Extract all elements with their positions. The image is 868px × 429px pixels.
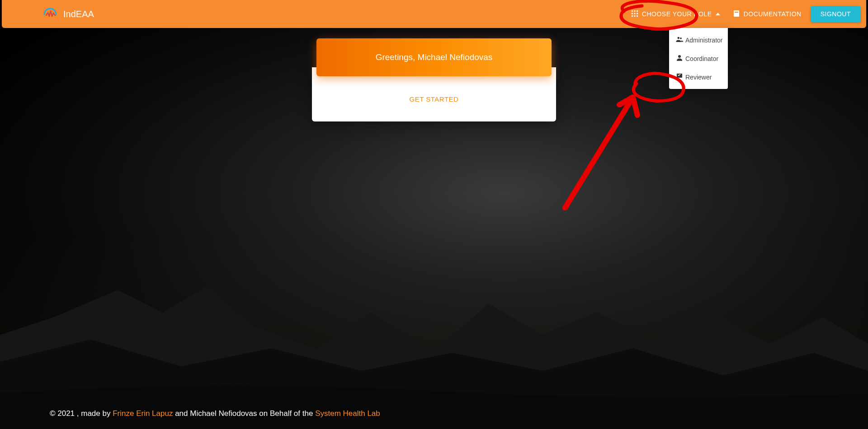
svg-rect-8 xyxy=(634,15,635,17)
svg-rect-10 xyxy=(734,10,739,17)
review-icon xyxy=(675,72,684,82)
role-option-label: Administrator xyxy=(685,37,722,44)
svg-rect-5 xyxy=(634,13,635,14)
document-icon xyxy=(733,10,740,19)
brand-logo-icon xyxy=(42,5,58,23)
footer: © 2021 , made by Frinze Erin Lapuz and M… xyxy=(0,398,868,429)
svg-rect-3 xyxy=(637,10,638,12)
role-option-coordinator[interactable]: Coordinator xyxy=(669,49,728,68)
welcome-card: Greetings, Michael Nefiodovas GET STARTE… xyxy=(312,38,556,121)
svg-point-14 xyxy=(678,55,681,58)
brand-title: IndEAA xyxy=(63,9,94,19)
svg-point-12 xyxy=(678,37,680,39)
signout-button[interactable]: SIGNOUT xyxy=(811,6,861,22)
role-dropdown: Administrator Coordinator Reviewer xyxy=(669,28,728,89)
person-icon xyxy=(675,54,684,63)
choose-role-button[interactable]: CHOOSE YOUR ROLE xyxy=(625,6,726,22)
role-option-administrator[interactable]: Administrator xyxy=(669,31,728,49)
svg-point-13 xyxy=(680,37,682,39)
welcome-card-header: Greetings, Michael Nefiodovas xyxy=(316,38,552,76)
documentation-label: DOCUMENTATION xyxy=(744,10,802,18)
app-header: IndEAA CHOOSE YOUR ROLE DOCUMENTATION SI… xyxy=(2,0,866,28)
footer-org-link[interactable]: System Health Lab xyxy=(315,409,380,418)
svg-rect-4 xyxy=(632,13,633,14)
footer-copyright: © 2021 , made by xyxy=(50,409,113,418)
group-icon xyxy=(675,35,684,45)
role-option-label: Reviewer xyxy=(685,74,712,81)
choose-role-label: CHOOSE YOUR ROLE xyxy=(642,10,712,18)
svg-rect-9 xyxy=(637,15,638,17)
brand[interactable]: IndEAA xyxy=(42,5,94,23)
svg-rect-6 xyxy=(637,13,638,14)
get-started-label: GET STARTED xyxy=(410,95,459,103)
footer-author-link[interactable]: Frinze Erin Lapuz xyxy=(113,409,173,418)
greeting-text: Greetings, Michael Nefiodovas xyxy=(376,52,493,62)
signout-label: SIGNOUT xyxy=(821,10,851,18)
role-option-reviewer[interactable]: Reviewer xyxy=(669,68,728,86)
svg-rect-7 xyxy=(632,15,633,17)
caret-up-icon xyxy=(716,13,720,15)
svg-rect-11 xyxy=(735,12,738,13)
role-option-label: Coordinator xyxy=(685,55,718,62)
documentation-button[interactable]: DOCUMENTATION xyxy=(726,6,808,22)
apps-icon xyxy=(631,10,638,19)
get-started-button[interactable]: GET STARTED xyxy=(401,91,468,107)
svg-rect-2 xyxy=(634,10,635,12)
svg-rect-1 xyxy=(632,10,633,12)
footer-mid-text: and Michael Nefiodovas on Behalf of the xyxy=(175,409,315,418)
